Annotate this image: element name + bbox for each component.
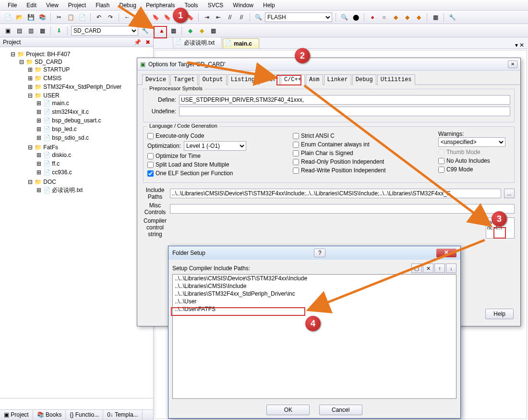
tree-root[interactable]: Project: BH-F407 — [26, 51, 70, 58]
tree-group[interactable]: STARTUP — [43, 66, 70, 73]
chk-split[interactable] — [147, 162, 154, 168]
nav-fwd-icon[interactable]: → — [134, 12, 144, 22]
bookmark-prev-icon[interactable]: 🔖 — [162, 12, 172, 22]
help-button[interactable]: Help — [485, 309, 514, 319]
find-combo[interactable]: FLASH — [265, 12, 332, 22]
folder-path-item[interactable]: ..\..\Libraries\STM32F4xx_StdPeriph_Driv… — [173, 290, 456, 298]
tab-user[interactable]: User — [259, 74, 280, 85]
menu-debug[interactable]: Debug — [115, 1, 141, 10]
tree-file[interactable]: bsp_led.c — [52, 126, 76, 132]
build-icon[interactable]: ▤ — [14, 26, 24, 36]
folder-path-item[interactable]: ..\..\User — [173, 298, 456, 305]
chk-plain-char[interactable] — [293, 150, 299, 156]
stop-icon[interactable]: ○ — [379, 12, 389, 22]
define-input[interactable] — [179, 95, 510, 105]
editor-tab-1[interactable]: main.c — [223, 38, 259, 48]
bookmark-icon[interactable]: 🔖 — [151, 12, 160, 22]
misc-controls-input[interactable] — [170, 204, 515, 214]
debug-session-icon[interactable]: 🔍 — [339, 12, 349, 22]
nav-back-icon[interactable]: ← — [122, 12, 132, 22]
open-icon[interactable]: 📂 — [14, 12, 24, 22]
menu-flash[interactable]: Flash — [91, 1, 114, 10]
tab-listing[interactable]: Listing — [228, 74, 258, 85]
tree-group[interactable]: USER — [43, 92, 59, 99]
folder-cancel-button[interactable]: Cancel — [319, 405, 362, 415]
indent-icon[interactable]: ⇥ — [202, 12, 212, 22]
undefine-input[interactable] — [179, 107, 510, 116]
menu-project[interactable]: Project — [63, 1, 91, 10]
tree-file[interactable]: main.c — [52, 100, 69, 107]
tab-project[interactable]: ▣ Project — [0, 410, 33, 420]
outdent-icon[interactable]: ⇤ — [214, 12, 223, 22]
chk-ro-pi[interactable] — [293, 159, 299, 165]
breakpoint-icon[interactable]: ⬤ — [351, 12, 360, 22]
optimization-select[interactable]: Level 1 (-O1) — [184, 141, 246, 151]
save-icon[interactable]: 💾 — [26, 12, 36, 22]
tree-group[interactable]: CMSIS — [43, 75, 61, 82]
copy-icon[interactable]: 📋 — [66, 12, 75, 22]
find-in-files-icon[interactable]: 🔍 — [253, 12, 263, 22]
folder-help-icon[interactable]: ? — [314, 249, 325, 257]
tree-file[interactable]: bsp_sdio_sd.c — [52, 134, 89, 141]
tree-file[interactable]: stm32f4xx_it.c — [52, 108, 89, 115]
menu-view[interactable]: View — [41, 1, 63, 10]
folder-down-icon[interactable]: ↓ — [446, 264, 456, 273]
chk-exec-only[interactable] — [147, 133, 154, 139]
step-icon[interactable]: ◆ — [391, 12, 400, 22]
uncomment-icon[interactable]: // — [237, 12, 246, 22]
save-all-icon[interactable]: 📚 — [37, 12, 47, 22]
chk-strict-ansi[interactable] — [293, 133, 299, 139]
tree-file[interactable]: bsp_debug_usart.c — [52, 117, 101, 124]
window-layout-icon[interactable]: ▦ — [431, 12, 440, 22]
warnings-select[interactable]: <unspecified> — [438, 137, 505, 147]
folder-delete-icon[interactable]: ✕ — [423, 264, 433, 273]
tab-linker[interactable]: Linker — [324, 74, 351, 85]
include-paths-browse-button[interactable]: ... — [504, 189, 515, 198]
include-paths-input[interactable] — [170, 189, 501, 198]
tab-output[interactable]: Output — [199, 74, 226, 85]
tree-file[interactable]: cc936.c — [52, 169, 72, 176]
menu-edit[interactable]: Edit — [22, 1, 41, 10]
pin-icon[interactable]: 📌 — [134, 39, 141, 46]
menu-help[interactable]: Help — [258, 1, 280, 10]
tree-group[interactable]: STM32F4xx_StdPeriph_Driver — [43, 84, 121, 90]
menu-window[interactable]: Window — [228, 1, 258, 10]
tab-books[interactable]: 📚 Books — [33, 410, 66, 420]
folder-path-item[interactable]: ..\..\Libraries\CMSIS\Include — [173, 282, 456, 290]
configure-icon[interactable]: 🔧 — [447, 12, 457, 22]
cut-icon[interactable]: ✂ — [54, 12, 64, 22]
tab-device[interactable]: Device — [142, 74, 169, 85]
run-icon[interactable]: ● — [368, 12, 377, 22]
tab-debug[interactable]: Debug — [352, 74, 376, 85]
tree-file[interactable]: ff.c — [52, 160, 60, 167]
folder-path-item[interactable]: ..\..\User\FATFS — [173, 305, 456, 313]
tab-cpp[interactable]: C/C++ — [281, 74, 305, 85]
tree-target[interactable]: SD_CARD — [35, 59, 62, 65]
tab-asm[interactable]: Asm — [306, 74, 323, 85]
file-ext-icon[interactable]: ▲ — [157, 26, 167, 36]
project-tree[interactable]: ⊟📁 Project: BH-F407 ⊟📁 SD_CARD ⊞📁 STARTU… — [0, 47, 153, 398]
target-options-icon[interactable]: 🔧 — [140, 26, 150, 36]
tree-group[interactable]: DOC — [43, 179, 56, 185]
chk-one-elf[interactable] — [147, 170, 154, 177]
manage-icon[interactable]: ▦ — [168, 26, 178, 36]
comment-icon[interactable]: // — [225, 12, 235, 22]
undo-icon[interactable]: ↶ — [94, 12, 104, 22]
pack-yellow-icon[interactable]: ◆ — [197, 26, 206, 36]
download-icon[interactable]: ⬇ — [54, 26, 64, 36]
chk-no-auto[interactable] — [438, 158, 444, 164]
step-over-icon[interactable]: ◆ — [402, 12, 412, 22]
tab-templates[interactable]: 0↓ Templa... — [103, 410, 142, 420]
step-out-icon[interactable]: ◆ — [414, 12, 423, 22]
batch-build-icon[interactable]: ▦ — [37, 26, 47, 36]
folder-paths-list[interactable]: ..\..\Libraries\CMSIS\Device\ST\STM32F4x… — [172, 274, 456, 399]
chk-rw-pi[interactable] — [293, 168, 299, 174]
folder-ok-button[interactable]: OK — [266, 405, 310, 415]
close-pane-icon[interactable]: ✖ — [145, 39, 150, 46]
folder-new-icon[interactable]: ▢ — [411, 264, 422, 273]
folder-path-item[interactable]: ..\..\Libraries\CMSIS\Device\ST\STM32F4x… — [173, 275, 456, 282]
translate-icon[interactable]: ▣ — [3, 26, 12, 36]
paste-icon[interactable]: 📄 — [77, 12, 87, 22]
editor-tab-0[interactable]: 必读说明.txt — [173, 37, 222, 48]
tree-group[interactable]: FatFs — [43, 144, 58, 151]
